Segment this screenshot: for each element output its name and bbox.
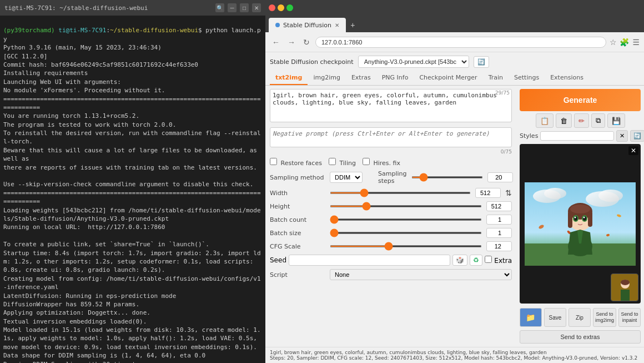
- forward-button[interactable]: →: [285, 37, 298, 48]
- terminal-search-btn[interactable]: 🔍: [215, 3, 224, 12]
- minimize-dot[interactable]: [278, 4, 284, 11]
- seed-recycle-btn[interactable]: ♻: [470, 255, 482, 266]
- tiling-checkbox[interactable]: [329, 158, 336, 165]
- batch-size-input[interactable]: 1: [486, 228, 512, 238]
- seed-label: Seed: [270, 256, 286, 264]
- script-label: Script: [270, 271, 325, 279]
- generated-image: [525, 182, 636, 266]
- extra-seed-text: Extra: [494, 257, 512, 265]
- extensions-icon[interactable]: 🧩: [620, 38, 629, 47]
- checkpoint-refresh-btn[interactable]: 🔄: [474, 56, 489, 68]
- browser-panel: Stable Diffusion ✕ + ← → ↻ ☆ 🧩 ☰ Stable …: [265, 0, 644, 363]
- tab-img2img[interactable]: img2img: [308, 71, 346, 85]
- extra-seed-label: Extra: [485, 256, 512, 265]
- tab-favicon: [275, 23, 280, 27]
- batch-count-slider[interactable]: [330, 218, 482, 221]
- status-text: 1girl, brown hair, green eyes, colorful,…: [270, 350, 640, 355]
- script-row: Script None: [270, 269, 512, 280]
- copy-to-clipboard-btn[interactable]: 📋: [536, 113, 554, 128]
- styles-clear-btn[interactable]: ✕: [616, 130, 628, 142]
- image-container: ✕: [520, 144, 641, 304]
- send-inpaint-btn[interactable]: Send to inpaint: [618, 308, 641, 327]
- tab-settings[interactable]: Settings: [509, 71, 545, 85]
- styles-refresh-btn[interactable]: 🔄: [630, 130, 644, 142]
- new-tab-button[interactable]: +: [346, 18, 359, 32]
- tab-bar: Stable Diffusion ✕ +: [265, 16, 644, 32]
- zip-btn[interactable]: Zip: [568, 308, 591, 327]
- height-row: Height 512: [270, 201, 512, 211]
- image-close-btn[interactable]: ✕: [628, 146, 638, 155]
- restore-faces-checkbox[interactable]: [270, 158, 277, 165]
- extra-seed-checkbox[interactable]: [485, 256, 492, 263]
- height-slider[interactable]: [330, 205, 482, 207]
- seed-roll-btn[interactable]: 🎲: [452, 255, 467, 266]
- sd-left-panel: 1girl, brown hair, green eyes, colorful,…: [265, 86, 516, 347]
- trash-btn[interactable]: 🗑: [556, 113, 572, 128]
- sampling-steps-input[interactable]: 20: [487, 172, 513, 182]
- edit-btn[interactable]: ✏: [574, 113, 589, 128]
- width-label: Width: [270, 190, 325, 197]
- tab-close-icon[interactable]: ✕: [335, 22, 339, 28]
- checkpoint-label: Stable Diffusion checkpoint: [270, 58, 354, 66]
- tab-extensions[interactable]: Extensions: [545, 71, 589, 85]
- width-input[interactable]: 512: [475, 188, 501, 198]
- sd-app: Stable Diffusion checkpoint Anything-V3.…: [265, 52, 644, 363]
- styles-input[interactable]: [540, 131, 614, 141]
- terminal-minimize-btn[interactable]: ─: [228, 3, 237, 12]
- prompt-textarea[interactable]: 1girl, brown hair, green eyes, colorful,…: [270, 89, 512, 122]
- back-button[interactable]: ←: [270, 37, 282, 48]
- height-input[interactable]: 512: [486, 201, 512, 211]
- close-dot[interactable]: [269, 4, 275, 11]
- browser-chrome: [265, 0, 644, 16]
- refresh-button[interactable]: ↻: [301, 37, 312, 48]
- cfg-scale-input[interactable]: 12: [486, 241, 512, 251]
- negative-prompt-textarea[interactable]: [270, 127, 512, 147]
- batch-count-label: Batch count: [270, 216, 325, 223]
- sampling-steps-slider[interactable]: [411, 176, 483, 178]
- styles-label: Styles: [520, 132, 538, 140]
- svg-point-20: [575, 216, 576, 218]
- checkpoint-select[interactable]: Anything-V3.0-pruned.ckpt [543bcbc212]: [358, 56, 469, 68]
- prompt-count: 29/75: [495, 90, 510, 96]
- sampling-method-label: Sampling method: [270, 174, 325, 181]
- sampling-method-select[interactable]: DDIM: [330, 172, 363, 183]
- batch-size-row: Batch size 1: [270, 228, 512, 238]
- generate-button[interactable]: Generate: [520, 89, 641, 111]
- tab-png-info[interactable]: PNG Info: [376, 71, 414, 85]
- hires-fix-checkbox[interactable]: [363, 158, 370, 165]
- save-btn[interactable]: Save: [544, 308, 566, 327]
- width-slider[interactable]: [330, 192, 471, 194]
- width-row: Width 512 ⇅: [270, 188, 512, 198]
- tab-checkpoint-merger[interactable]: Checkpoint Merger: [414, 71, 482, 85]
- maximize-dot[interactable]: [286, 4, 293, 11]
- url-input[interactable]: [315, 37, 606, 48]
- terminal-maximize-btn[interactable]: □: [240, 3, 249, 12]
- send-extras-btn[interactable]: Send to extras: [520, 330, 641, 344]
- copy-btn[interactable]: ⧉: [591, 113, 605, 128]
- batch-count-input[interactable]: 1: [486, 215, 512, 225]
- open-folder-btn[interactable]: 📁: [520, 308, 542, 327]
- sd-tabs: txt2img img2img Extras PNG Info Checkpoi…: [265, 71, 644, 86]
- tab-extras[interactable]: Extras: [346, 71, 376, 85]
- tab-train[interactable]: Train: [483, 71, 509, 85]
- browser-tab-sd[interactable]: Stable Diffusion ✕: [269, 18, 346, 32]
- seed-input[interactable]: 2407671403: [289, 255, 450, 266]
- tab-txt2img[interactable]: txt2img: [270, 71, 308, 85]
- action-icons-row: 📋 🗑 ✏ ⧉ 💾: [520, 113, 641, 128]
- sd-header: Stable Diffusion checkpoint Anything-V3.…: [265, 52, 644, 71]
- svg-point-21: [583, 216, 585, 218]
- cfg-scale-slider[interactable]: [330, 245, 482, 247]
- menu-icon[interactable]: ☰: [632, 38, 640, 47]
- batch-size-label: Batch size: [270, 230, 325, 237]
- terminal-titlebar: ti@ti-MS-7C91: ~/stable-diffusion-webui …: [0, 0, 265, 16]
- batch-size-slider[interactable]: [330, 232, 482, 234]
- script-select[interactable]: None: [330, 269, 512, 280]
- bookmark-icon[interactable]: ☆: [610, 38, 617, 47]
- svg-rect-25: [621, 290, 630, 301]
- terminal-close-btn[interactable]: ✕: [252, 3, 261, 12]
- send-img2img-btn[interactable]: Send to img2img: [593, 308, 616, 327]
- seed-row: Seed 2407671403 🎲 ♻ Extra: [270, 255, 512, 266]
- sd-main: 1girl, brown hair, green eyes, colorful,…: [265, 86, 644, 347]
- zip-icon-btn[interactable]: 💾: [607, 113, 625, 128]
- negative-prompt-container: 0/75: [270, 127, 512, 155]
